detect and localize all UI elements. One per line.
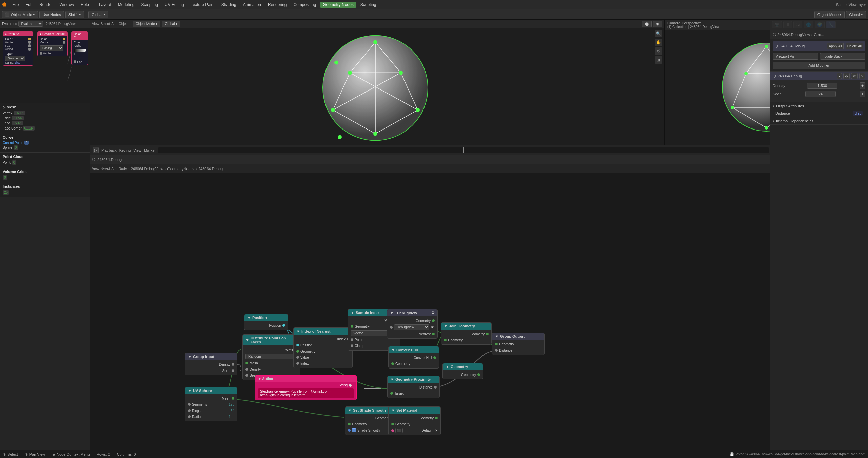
seed-value[interactable]: 24 [805, 91, 836, 97]
global-btn[interactable]: Global ▾ [88, 11, 108, 18]
node-tool-select[interactable]: Select [101, 167, 110, 171]
playback-label[interactable]: Playback [101, 148, 117, 152]
sm-clear-icon[interactable]: ✕ [435, 429, 438, 432]
density-add-btn[interactable]: + [860, 82, 865, 89]
bc-geonodes[interactable]: GeometryNodes [167, 167, 194, 171]
join-geometry-node[interactable]: ▼ Join Geometry Geometry Geometry [441, 322, 492, 345]
bc-debugview[interactable]: 248064.DebugView [131, 167, 163, 171]
geometry-node[interactable]: ▼ Geometry Geometry [442, 363, 483, 379]
author-node[interactable]: ▼ Author String Stephan Kellermayr <quel… [255, 375, 357, 400]
toggle-stack-btn[interactable]: Toggle Stack [820, 53, 866, 60]
slot-btn[interactable]: Slot 1 ▾ [65, 11, 84, 18]
grid-icon[interactable]: ⊞ [655, 56, 662, 64]
vp-view-btn[interactable]: View [92, 22, 99, 26]
modifier-section: ⬡ 248064.Debug Apply All Delete All View… [770, 39, 868, 72]
group-input-node[interactable]: ▼ Group Input Density Seed [185, 353, 237, 375]
props-bc-1[interactable]: 248064.DebugView [777, 33, 810, 37]
dist-mode-select[interactable]: Random [245, 354, 297, 359]
viewport-vis-btn[interactable]: Viewport Vis [773, 53, 818, 60]
debug-mod-expand[interactable]: ▸ [837, 73, 842, 79]
blender-logo[interactable]: ⬟ [2, 1, 7, 8]
menu-modeling[interactable]: Modeling [115, 2, 137, 8]
vp-shading-btn[interactable]: ◉ [653, 21, 662, 27]
marker-label[interactable]: Marker [144, 148, 156, 152]
attr-vector-row: Vector [5, 41, 31, 44]
index-nearest-node[interactable]: ▼ Index of Nearest Index Position [293, 327, 353, 368]
vp-global-btn[interactable]: Global ▾ [162, 21, 180, 27]
set-material-node[interactable]: ▼ Set Material Geometry Geometry [388, 406, 441, 435]
uv-sphere-node[interactable]: ▼ UV Sphere Mesh Segments 128 [185, 387, 237, 421]
saved-message: 💾 Saved "A248064_how-could-i-get-the-dis… [730, 452, 865, 456]
shade-smooth-checkbox[interactable] [352, 428, 356, 432]
dv-eye-icon[interactable]: 👁 [431, 325, 435, 330]
delete-all-btn[interactable]: Delete All [846, 43, 863, 49]
node-tool-node[interactable]: Node [119, 167, 127, 171]
debugview-node[interactable]: ▼ _DebugView ⚙ Geometry [387, 309, 438, 339]
apply-all-btn[interactable]: Apply All [827, 43, 843, 49]
convex-hull-node[interactable]: ▼ Convex Hull Convex Hull Geometry [388, 346, 439, 369]
left-viewport[interactable]: View Select Add Object Object Mode ▾ Glo… [90, 20, 665, 145]
debug-mod-vis[interactable]: 👁 [851, 73, 858, 79]
add-modifier-btn[interactable]: Add Modifier [773, 62, 865, 69]
node-editor-icon: ⬡ [92, 157, 95, 162]
node-tool-add[interactable]: Add [111, 167, 117, 171]
menu-sculpting[interactable]: Sculpting [139, 2, 161, 8]
menu-geometry-nodes[interactable]: Geometry Nodes [320, 2, 356, 8]
props-bc-2[interactable]: Geo... [814, 33, 824, 37]
timeline-scrubber[interactable] [158, 147, 768, 153]
view-label[interactable]: View [133, 148, 141, 152]
menu-scripting[interactable]: Scripting [358, 2, 379, 8]
rotate-icon[interactable]: ↺ [655, 47, 662, 55]
play-btn[interactable]: ▷ [93, 147, 99, 153]
vp-object-mode-btn[interactable]: Object Mode ▾ [133, 21, 160, 27]
node-canvas[interactable]: ▼ Position Position ▼ Distribute Poin [90, 173, 868, 450]
modifier-name: 248064.Debug [780, 44, 825, 48]
menu-edit[interactable]: Edit [23, 2, 35, 8]
group-output-node[interactable]: ▼ Group Output Geometry Distance [492, 333, 545, 355]
position-node[interactable]: ▼ Position Position [244, 314, 288, 330]
menu-window[interactable]: Window [57, 2, 77, 8]
bc-debug[interactable]: 248064.Debug [198, 167, 223, 171]
object-mode-right[interactable]: Object Mode▾ [814, 11, 845, 18]
pan-hint[interactable]: 🖱 Pan View [25, 452, 45, 456]
vp-object-btn[interactable]: Object [119, 22, 129, 26]
seed-add-btn[interactable]: + [860, 91, 865, 97]
dv-viewer-select[interactable]: DebugView [394, 324, 429, 330]
menu-shading[interactable]: Shading [219, 2, 239, 8]
vp-add-btn[interactable]: Add [111, 22, 117, 26]
control-point-label[interactable]: Control Point [3, 141, 22, 145]
menu-render[interactable]: Render [37, 2, 55, 8]
menu-rendering[interactable]: Rendering [265, 2, 289, 8]
mode-select[interactable]: ⬛ Object Mode ▾ [2, 11, 38, 18]
geo-proximity-node[interactable]: ▼ Geometry Proximity Distance Target [387, 376, 440, 398]
debug-mod-settings[interactable]: ⚙ [843, 73, 850, 79]
menu-help[interactable]: Help [78, 2, 92, 8]
global-right[interactable]: Global▾ [846, 11, 866, 18]
node-tool-view[interactable]: View [92, 167, 99, 171]
menu-animation[interactable]: Animation [240, 2, 264, 8]
internal-deps-header[interactable]: ▸ Internal Dependencies [770, 117, 868, 124]
select-hint[interactable]: 🖱 Select [3, 452, 18, 456]
context-menu-hint[interactable]: 🖱 Node Context Menu [52, 452, 90, 456]
density-value[interactable]: 1.530 [807, 83, 837, 89]
menu-compositing[interactable]: Compositing [291, 2, 319, 8]
collapse-icon-10: ▼ [495, 334, 499, 338]
vp-overlay-btn[interactable]: ⬤ [642, 21, 652, 27]
debug-mod-delete[interactable]: ✕ [859, 73, 865, 79]
distribute-points-node[interactable]: ▼ Distribute Points on Faces Points Rand… [242, 334, 300, 380]
pan-icon[interactable]: ✋ [655, 39, 662, 46]
use-nodes-btn[interactable]: Use Nodes [39, 11, 64, 18]
vp-select-btn[interactable]: Select [101, 22, 110, 26]
attr-type-select[interactable]: Geometry [5, 56, 25, 61]
grad-easing-select[interactable]: Easing [40, 45, 63, 51]
menu-layout[interactable]: Layout [96, 2, 114, 8]
eval-dropdown[interactable]: Evaluated [18, 21, 43, 27]
menu-uv-editing[interactable]: UV Editing [162, 2, 187, 8]
zoom-icon[interactable]: 🔍 [655, 30, 662, 37]
debugview-settings-icon[interactable]: ⚙ [431, 311, 435, 315]
menu-texture-paint[interactable]: Texture Paint [188, 2, 217, 8]
output-attrs-header[interactable]: ▸ Output Attributes [770, 102, 868, 109]
menu-file[interactable]: File [9, 2, 21, 8]
node-editor[interactable]: ⬡ 248064.Debug ✕ 📌 View Select Add Node … [90, 155, 868, 450]
keying-label[interactable]: Keying [119, 148, 131, 152]
